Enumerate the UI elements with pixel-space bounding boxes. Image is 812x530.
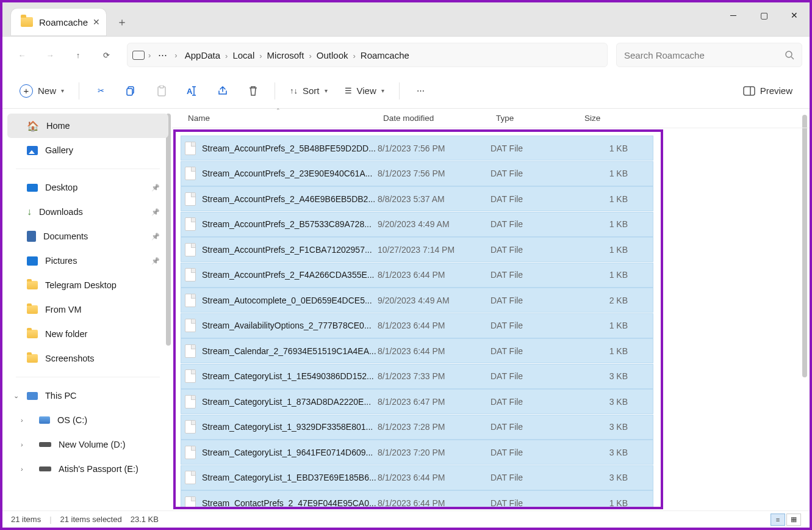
toolbar: + New ▾ ✂ A ↑↓ Sort ▾ ☰ View ▾ ⋯ Preview xyxy=(2,73,810,109)
file-row[interactable]: Stream_AccountPrefs_2_5B48BFE59D2DD...8/… xyxy=(181,136,653,161)
copy-button[interactable] xyxy=(118,79,144,103)
file-name: Stream_ContactPrefs_2_47E9F044E95CA0... xyxy=(202,498,378,508)
chevron-down-icon[interactable]: ⌄ xyxy=(13,392,19,400)
thumbnails-view-button[interactable]: ▦ xyxy=(786,514,801,526)
sidebar-drive[interactable]: ›OS (C:) xyxy=(7,408,168,432)
pin-icon: 📌 xyxy=(151,257,160,265)
forward-button[interactable]: → xyxy=(38,43,62,67)
cut-button[interactable]: ✂ xyxy=(88,79,113,103)
file-type: DAT File xyxy=(490,169,579,178)
new-button[interactable]: + New ▾ xyxy=(13,79,70,103)
file-row[interactable]: Stream_CategoryList_1_EBD37E69E185B6...8… xyxy=(181,465,653,490)
plus-circle-icon: + xyxy=(20,84,33,98)
breadcrumb-roamcache[interactable]: Roamcache xyxy=(357,48,413,63)
file-date: 8/1/2023 7:33 PM xyxy=(378,371,490,381)
file-type: DAT File xyxy=(490,473,579,482)
share-button[interactable] xyxy=(210,79,235,103)
address-bar[interactable]: › ⋯ › AppData›Local›Microsoft›Outlook›Ro… xyxy=(127,43,608,67)
sidebar-item-downloads[interactable]: ↓Downloads📌 xyxy=(7,200,168,224)
list-icon: ☰ xyxy=(345,86,352,95)
breadcrumb-outlook[interactable]: Outlook xyxy=(313,48,352,63)
maximize-button[interactable]: ▢ xyxy=(749,2,779,28)
rename-button[interactable]: A xyxy=(179,79,205,103)
search-placeholder: Search Roamcache xyxy=(624,50,705,60)
file-date: 9/20/2023 4:49 AM xyxy=(378,219,490,229)
minimize-button[interactable]: ─ xyxy=(718,2,749,28)
file-row[interactable]: Stream_Calendar_2_76934E51519C1A4EA...8/… xyxy=(181,338,653,363)
file-row[interactable]: Stream_AccountPrefs_2_F4A266CDA355E...8/… xyxy=(181,263,653,288)
breadcrumb-local[interactable]: Local xyxy=(229,48,258,63)
column-name[interactable]: Name xyxy=(183,114,378,123)
chevron-right-icon[interactable]: › xyxy=(21,465,23,473)
sidebar-item-thispc[interactable]: ⌄ This PC xyxy=(7,383,168,408)
sidebar-item-desktop[interactable]: Desktop📌 xyxy=(7,175,168,200)
chevron-down-icon: ▾ xyxy=(381,87,384,94)
file-size: 2 KB xyxy=(579,296,628,305)
file-icon xyxy=(185,496,196,510)
file-row[interactable]: Stream_Autocomplete_0_0ED659E4DCE5...9/2… xyxy=(181,288,653,313)
preview-button[interactable]: Preview xyxy=(737,79,799,103)
file-name: Stream_Calendar_2_76934E51519C1A4EA... xyxy=(202,346,378,356)
chevron-right-icon[interactable]: › xyxy=(21,416,23,424)
breadcrumb-microsoft[interactable]: Microsoft xyxy=(264,48,308,63)
file-row[interactable]: Stream_AccountPrefs_2_A46E9B6EB5DB2...8/… xyxy=(181,186,653,211)
paste-button[interactable] xyxy=(149,79,174,103)
file-row[interactable]: Stream_AccountPrefs_2_F1CBA71202957...10… xyxy=(181,237,653,262)
up-button[interactable]: ↑ xyxy=(66,43,90,67)
file-icon xyxy=(185,369,196,383)
sidebar-drive[interactable]: ›Atish's Passport (E:) xyxy=(7,457,168,481)
file-row[interactable]: Stream_CategoryList_1_9641FE0714D609...8… xyxy=(181,440,653,465)
breadcrumb-appdata[interactable]: AppData xyxy=(181,48,224,63)
back-button[interactable]: ← xyxy=(10,43,34,67)
sidebar-item-documents[interactable]: Documents📌 xyxy=(7,224,168,249)
chevron-right-icon[interactable]: › xyxy=(258,51,263,60)
close-tab-icon[interactable]: ✕ xyxy=(93,17,100,27)
chevron-right-icon[interactable]: › xyxy=(21,441,23,448)
new-tab-button[interactable]: ＋ xyxy=(112,12,132,32)
file-row[interactable]: Stream_CategoryList_1_9329DF3358E801...8… xyxy=(181,415,653,440)
sidebar-drive[interactable]: ›New Volume (D:) xyxy=(7,432,168,457)
refresh-button[interactable]: ⟳ xyxy=(94,43,118,67)
chevron-right-icon[interactable]: › xyxy=(307,51,312,60)
details-view-button[interactable]: ≡ xyxy=(771,514,785,526)
file-row[interactable]: Stream_AccountPrefs_2_B57533C89A728...9/… xyxy=(181,212,653,237)
close-window-button[interactable]: ✕ xyxy=(779,2,810,28)
chevron-right-icon[interactable]: › xyxy=(147,51,152,60)
sidebar-item-gallery[interactable]: Gallery xyxy=(7,138,168,162)
sidebar-item-telegram-desktop[interactable]: Telegram Desktop xyxy=(7,273,168,297)
file-row[interactable]: Stream_ContactPrefs_2_47E9F044E95CA0...8… xyxy=(181,490,653,509)
sort-button[interactable]: ↑↓ Sort ▾ xyxy=(284,79,334,103)
search-input[interactable]: Search Roamcache xyxy=(616,43,802,67)
column-size[interactable]: Size xyxy=(580,114,638,123)
column-date[interactable]: Date modified xyxy=(378,114,491,123)
file-size: 1 KB xyxy=(579,143,628,153)
file-list: Stream_AccountPrefs_2_5B48BFE59D2DD...8/… xyxy=(173,129,663,509)
file-size: 1 KB xyxy=(579,219,628,229)
more-button[interactable]: ⋯ xyxy=(408,79,434,103)
column-type[interactable]: Type xyxy=(491,114,580,123)
file-type: DAT File xyxy=(490,448,579,457)
filepane-scrollbar[interactable] xyxy=(802,115,807,377)
sidebar-item-new-folder[interactable]: New folder xyxy=(7,322,168,346)
ellipsis-icon[interactable]: ⋯ xyxy=(154,47,171,63)
chevron-right-icon[interactable]: › xyxy=(352,51,357,60)
sidebar-item-pictures[interactable]: Pictures📌 xyxy=(7,249,168,273)
file-date: 8/1/2023 6:44 PM xyxy=(378,321,490,330)
chevron-right-icon[interactable]: › xyxy=(173,51,178,60)
sidebar-item-screenshots[interactable]: Screenshots xyxy=(7,346,168,371)
sidebar-item-from-vm[interactable]: From VM xyxy=(7,297,168,322)
pin-icon: 📌 xyxy=(151,208,160,216)
file-row[interactable]: Stream_CategoryList_1_1E5490386DD152...8… xyxy=(181,364,653,389)
sidebar-item-home[interactable]: 🏠 Home xyxy=(7,114,168,138)
file-size: 3 KB xyxy=(579,371,628,381)
delete-button[interactable] xyxy=(240,79,266,103)
scissors-icon: ✂ xyxy=(98,86,104,95)
file-row[interactable]: Stream_AccountPrefs_2_23E90E940C61A...8/… xyxy=(181,161,653,186)
file-row[interactable]: Stream_CategoryList_1_873AD8DA2220E...8/… xyxy=(181,389,653,414)
file-row[interactable]: Stream_AvailabilityOptions_2_777B78CE0..… xyxy=(181,313,653,338)
view-button[interactable]: ☰ View ▾ xyxy=(339,79,390,103)
pin-icon: 📌 xyxy=(151,233,160,241)
active-tab[interactable]: Roamcache ✕ xyxy=(11,9,106,35)
file-icon xyxy=(185,344,196,358)
chevron-down-icon: ▾ xyxy=(61,87,64,94)
